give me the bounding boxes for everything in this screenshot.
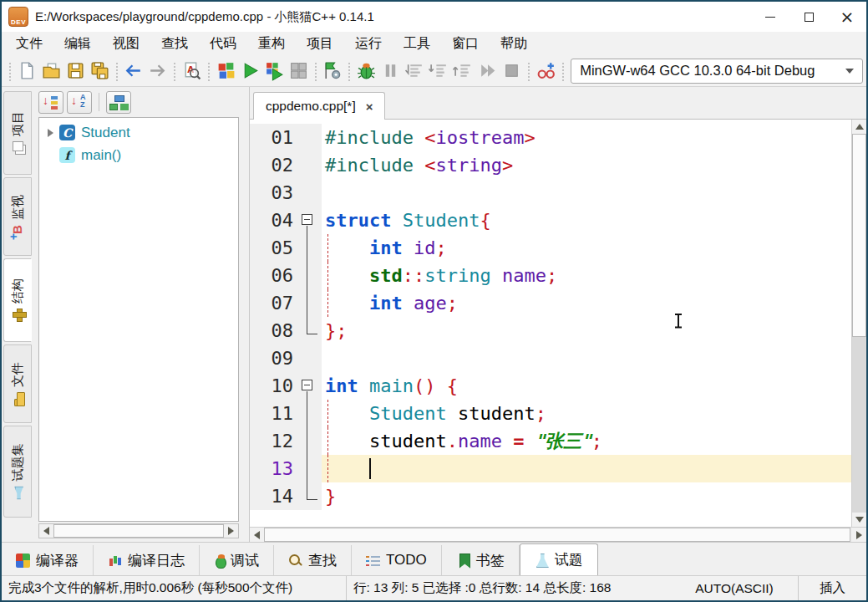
toolbar-grip[interactable] [347,61,352,81]
sort-by-type-button[interactable] [38,91,63,114]
continue-button[interactable] [475,58,500,84]
debug-button[interactable] [354,58,378,84]
save-all-button[interactable] [88,58,112,84]
code-line[interactable]: 09 [250,344,851,372]
menu-item[interactable]: 文件 [5,33,53,55]
open-file-button[interactable] [39,58,63,84]
scroll-right-button[interactable] [224,524,238,538]
menu-item[interactable]: 视图 [102,33,150,55]
step-out-icon [453,60,474,81]
editor-tab-cppdemo[interactable]: cppdemo.cpp[*] × [253,92,385,120]
bottom-tab-find[interactable]: 查找 [274,545,352,575]
side-tab-project[interactable]: 项目 [3,91,32,175]
code-line[interactable]: 12 student.name = "张三"; [250,427,851,455]
code-editor[interactable]: 01#include <iostream>02#include <string>… [250,120,851,527]
tree-item-main[interactable]: fmain() [39,144,238,166]
fold-gutter[interactable] [298,207,322,234]
menu-item[interactable]: 编辑 [53,33,102,55]
menu-item[interactable]: 工具 [393,33,441,55]
menu-item[interactable]: 帮助 [490,33,538,55]
scroll-right-button[interactable] [852,528,866,542]
code-line[interactable]: 07 int age; [250,289,851,317]
fold-gutter[interactable] [298,372,322,400]
toolbar-grip[interactable] [114,61,119,81]
editor-vscrollbar[interactable] [851,120,866,527]
menu-item[interactable]: 重构 [247,33,296,55]
maximize-button[interactable] [789,2,828,32]
code-line[interactable]: 06 std::string name; [250,262,851,289]
code-line[interactable]: 14} [250,482,851,510]
forward-button[interactable] [145,58,170,84]
code-line[interactable]: 03 [250,179,851,207]
compiler-options-button[interactable] [320,58,344,84]
minimize-button[interactable] [751,2,789,32]
toolbar-grip[interactable] [206,61,211,81]
add-watch-button[interactable] [534,58,558,84]
tab-close-icon[interactable]: × [366,99,373,114]
fold-collapse-icon[interactable] [302,214,312,225]
toolbar-grip[interactable] [8,61,13,81]
scroll-handle[interactable] [264,528,850,542]
code-line[interactable]: 08}; [250,317,851,344]
fold-collapse-icon[interactable] [302,380,312,390]
compile-button[interactable] [214,58,238,84]
scroll-down-button[interactable] [852,513,866,527]
menu-item[interactable]: 代码 [199,33,247,55]
side-tab-files[interactable]: 文件 [3,344,32,423]
rebuild-all-button[interactable] [287,58,311,84]
scroll-left-button[interactable] [250,528,264,542]
close-button[interactable]: × [828,2,866,32]
structure-hscrollbar[interactable] [38,523,239,538]
toolbar-grip[interactable] [313,61,318,81]
bottom-tab-compile-log[interactable]: 编译日志 [94,545,200,575]
menu-item[interactable]: 查找 [150,33,199,55]
show-inherited-button[interactable] [106,91,131,114]
scroll-handle[interactable] [852,134,866,337]
code-line[interactable]: 13 [250,455,851,482]
code-line[interactable]: 01#include <iostream> [250,124,851,151]
menu-item[interactable]: 项目 [296,33,344,55]
scroll-up-button[interactable] [852,120,866,134]
toolbar-grip[interactable] [526,61,531,81]
compile-run-button[interactable] [262,58,287,84]
bottom-tab-debug[interactable]: 调试 [200,545,274,575]
scroll-track[interactable] [264,528,852,542]
expander-icon[interactable] [48,129,59,137]
code-line[interactable]: 11 Student student; [250,400,851,427]
scroll-handle[interactable] [53,524,224,538]
token: name [458,431,502,452]
back-button[interactable] [121,58,145,84]
scroll-track[interactable] [53,524,224,538]
menu-item[interactable]: 运行 [344,33,393,55]
toolbar-grip[interactable] [172,61,177,81]
side-tab-problem-set[interactable]: 试题集 [3,426,32,518]
bottom-tab-problem[interactable]: 试题 [520,543,598,575]
bottom-tab-compiler[interactable]: 编译器 [2,545,94,575]
code-line[interactable]: 10int main() { [250,372,851,400]
run-button[interactable] [238,58,262,84]
step-out-button[interactable] [451,58,475,84]
bottom-tab-bookmarks[interactable]: 书签 [442,545,520,575]
check-syntax-button[interactable]: A [180,58,204,84]
compiler-set-dropdown[interactable]: MinGW-w64 GCC 10.3.0 64-bit Debug [571,59,863,84]
toolbar-grip[interactable] [561,61,566,81]
scroll-left-button[interactable] [39,524,53,538]
code-line[interactable]: 04struct Student{ [250,207,851,234]
code-line[interactable]: 05 int id; [250,234,851,262]
code-text: #include <string> [322,151,851,179]
editor-hscrollbar[interactable] [250,527,866,542]
side-tab-structure[interactable]: 结构 [3,258,32,342]
tree-item-student[interactable]: CStudent [39,121,238,144]
new-file-button[interactable] [15,58,39,84]
step-into-button[interactable] [427,58,451,84]
stop-button[interactable] [500,58,524,84]
step-over-button[interactable] [403,58,427,84]
code-line[interactable]: 02#include <string> [250,151,851,179]
pause-button[interactable] [378,58,403,84]
side-tab-watch[interactable]: 监视 [3,177,32,256]
save-button[interactable] [63,58,88,84]
sort-alphabetically-button[interactable] [67,91,92,114]
menu-item[interactable]: 窗口 [441,33,490,55]
scroll-track[interactable] [852,134,866,513]
bottom-tab-todo[interactable]: TODO [352,545,442,575]
